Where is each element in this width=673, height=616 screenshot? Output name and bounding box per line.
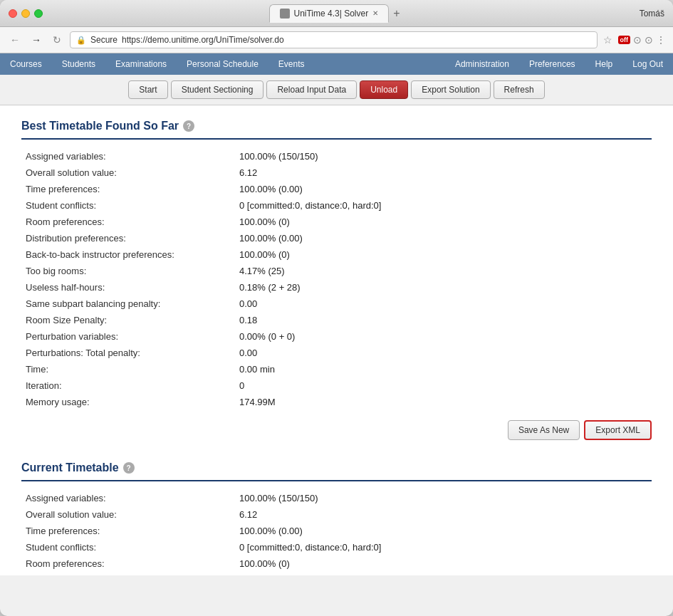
tab-close-button[interactable]: ✕	[372, 9, 378, 17]
browser-window: UniTime 4.3| Solver ✕ + Tomáš ← → ↻ 🔒 Se…	[0, 0, 673, 616]
extension-badge: off	[618, 36, 631, 44]
bookmark-button[interactable]: ☆	[603, 34, 612, 46]
ext-button-1[interactable]: ⊙	[633, 34, 642, 46]
table-row: Useless half-hours: 0.18% (2 + 28)	[21, 279, 652, 296]
row-label: Assigned variables:	[21, 490, 235, 506]
tab-favicon	[279, 9, 289, 19]
row-value: 0	[235, 377, 652, 394]
row-value: 6.12	[235, 165, 652, 181]
row-value: 100.00% (0.00)	[235, 523, 652, 539]
table-row: Time preferences: 100.00% (0.00)	[21, 523, 652, 539]
table-row: Same subpart balancing penalty: 0.00	[21, 296, 652, 312]
row-label: Memory usage:	[21, 394, 235, 410]
row-value: 0.00 min	[235, 361, 652, 377]
url-text: https://demo.unitime.org/UniTime/solver.…	[122, 35, 284, 45]
row-value: 100.00% (0)	[235, 214, 652, 230]
table-row: Perturbations: Total penalty: 0.00	[21, 345, 652, 361]
row-label: Overall solution value:	[21, 165, 235, 181]
row-value: 0.00	[235, 345, 652, 361]
row-label: Distribution preferences:	[21, 230, 235, 246]
current-timetable-table: Assigned variables: 100.00% (150/150) Ov…	[21, 490, 652, 572]
best-timetable-table: Assigned variables: 100.00% (150/150) Ov…	[21, 148, 652, 410]
best-timetable-section: Best Timetable Found So Far ? Assigned v…	[21, 120, 652, 440]
content-area: Start Student Sectioning Reload Input Da…	[0, 75, 673, 575]
close-button[interactable]	[9, 9, 17, 18]
row-value: 100.00% (150/150)	[235, 148, 652, 165]
refresh-button[interactable]: Refresh	[494, 80, 545, 99]
nav-administration[interactable]: Administration	[445, 53, 519, 75]
reload-input-data-button[interactable]: Reload Input Data	[266, 80, 357, 99]
table-row: Room Size Penalty: 0.18	[21, 312, 652, 328]
extensions-area: off ⊙ ⊙ ⋮	[618, 34, 667, 46]
nav-help[interactable]: Help	[585, 53, 623, 75]
table-row: Overall solution value: 6.12	[21, 165, 652, 181]
table-row: Overall solution value: 6.12	[21, 506, 652, 523]
row-label: Assigned variables:	[21, 148, 235, 165]
title-bar: UniTime 4.3| Solver ✕ + Tomáš	[0, 0, 673, 27]
nav-examinations[interactable]: Examinations	[105, 53, 177, 75]
main-content: Best Timetable Found So Far ? Assigned v…	[0, 105, 673, 575]
refresh-nav-button[interactable]: ↻	[50, 33, 64, 47]
row-label: Useless half-hours:	[21, 279, 235, 296]
maximize-button[interactable]	[34, 9, 43, 18]
lock-icon: 🔒	[76, 36, 86, 45]
table-row: Perturbation variables: 0.00% (0 + 0)	[21, 328, 652, 345]
row-value: 0.18% (2 + 28)	[235, 279, 652, 296]
menu-button[interactable]: ⋮	[656, 34, 666, 46]
row-label: Time preferences:	[21, 181, 235, 197]
row-value: 100.00% (0)	[235, 246, 652, 263]
table-row: Student conflicts: 0 [committed:0, dista…	[21, 197, 652, 214]
unload-button[interactable]: Unload	[360, 80, 408, 99]
tab-title: UniTime 4.3| Solver	[293, 9, 368, 19]
table-row: Too big rooms: 4.17% (25)	[21, 263, 652, 279]
nav-preferences[interactable]: Preferences	[519, 53, 585, 75]
current-timetable-section: Current Timetable ? Assigned variables: …	[21, 461, 652, 575]
current-timetable-title: Current Timetable ?	[21, 461, 652, 481]
row-label: Room Size Penalty:	[21, 312, 235, 328]
nav-menu: Courses Students Examinations Personal S…	[0, 53, 673, 75]
nav-courses[interactable]: Courses	[0, 53, 52, 75]
row-label: Student conflicts:	[21, 539, 235, 555]
save-as-new-button[interactable]: Save As New	[508, 420, 580, 440]
new-tab-button[interactable]: +	[389, 7, 404, 20]
export-xml-button[interactable]: Export XML	[584, 420, 652, 440]
url-field[interactable]: 🔒 Secure https://demo.unitime.org/UniTim…	[70, 31, 598, 48]
row-value: 100.00% (0.00)	[235, 181, 652, 197]
row-value: 0 [committed:0, distance:0, hard:0]	[235, 539, 652, 555]
row-label: Time preferences:	[21, 523, 235, 539]
active-tab[interactable]: UniTime 4.3| Solver ✕	[268, 4, 389, 23]
table-row: Time preferences: 100.00% (0.00)	[21, 181, 652, 197]
best-timetable-actions: Save As New Export XML	[21, 420, 652, 440]
start-button[interactable]: Start	[128, 80, 167, 99]
row-label: Same subpart balancing penalty:	[21, 296, 235, 312]
best-timetable-help-icon[interactable]: ?	[183, 120, 194, 132]
current-timetable-help-icon[interactable]: ?	[123, 462, 135, 474]
row-label: Perturbations: Total penalty:	[21, 345, 235, 361]
row-value: 0.18	[235, 312, 652, 328]
table-row: Back-to-back instructor preferences: 100…	[21, 246, 652, 263]
table-row: Room preferences: 100.00% (0)	[21, 214, 652, 230]
row-value: 100.00% (150/150)	[235, 490, 652, 506]
table-row: Time: 0.00 min	[21, 361, 652, 377]
nav-logout[interactable]: Log Out	[622, 53, 673, 75]
table-row: Assigned variables: 100.00% (150/150)	[21, 490, 652, 506]
nav-personal-schedule[interactable]: Personal Schedule	[177, 53, 268, 75]
minimize-button[interactable]	[21, 9, 30, 18]
nav-events[interactable]: Events	[268, 53, 315, 75]
row-label: Too big rooms:	[21, 263, 235, 279]
ext-button-2[interactable]: ⊙	[645, 34, 653, 46]
table-row: Memory usage: 174.99M	[21, 394, 652, 410]
row-label: Back-to-back instructor preferences:	[21, 246, 235, 263]
back-button[interactable]: ←	[7, 33, 23, 47]
row-value: 0 [committed:0, distance:0, hard:0]	[235, 197, 652, 214]
row-label: Overall solution value:	[21, 506, 235, 523]
forward-button[interactable]: →	[28, 33, 44, 47]
export-solution-button[interactable]: Export Solution	[411, 80, 490, 99]
tab-bar: UniTime 4.3| Solver ✕ +	[268, 4, 404, 23]
nav-students[interactable]: Students	[52, 53, 105, 75]
address-bar: ← → ↻ 🔒 Secure https://demo.unitime.org/…	[0, 27, 673, 53]
student-sectioning-button[interactable]: Student Sectioning	[171, 80, 264, 99]
table-row: Assigned variables: 100.00% (150/150)	[21, 148, 652, 165]
row-value: 0.00% (0 + 0)	[235, 328, 652, 345]
row-label: Room preferences:	[21, 214, 235, 230]
